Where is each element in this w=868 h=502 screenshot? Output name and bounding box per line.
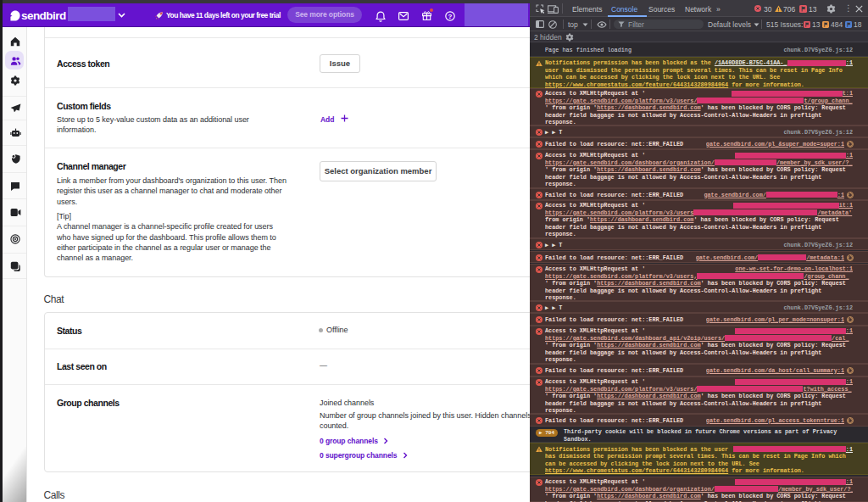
svg-text:?: ? bbox=[448, 12, 452, 20]
